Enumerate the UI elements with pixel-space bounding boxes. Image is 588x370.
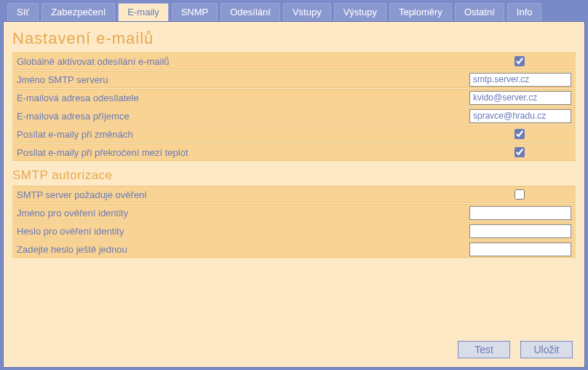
input-sender[interactable] [469,91,571,105]
tab-emaily[interactable]: E-maily [118,3,168,21]
tab-zabezpeceni[interactable]: Zabezpečení [41,3,115,21]
save-button[interactable]: Uložit [520,341,573,358]
settings-panel: Nastavení e-mailů Globálně aktivovat ode… [3,21,585,368]
tab-odesilani[interactable]: Odesílání [220,3,280,21]
input-smtp-server[interactable] [469,73,571,87]
row-global-enable: Globálně aktivovat odesílání e-mailů [12,52,576,70]
label-auth-user: Jméno pro ověření identity [17,208,469,219]
input-recipient[interactable] [469,109,571,123]
tab-vstupy[interactable]: Vstupy [283,3,331,21]
button-bar: Test Uložit [458,341,573,358]
test-button[interactable]: Test [458,341,510,358]
label-auth-pass: Heslo pro ověření identity [17,226,469,237]
checkbox-auth-required[interactable] [514,189,525,200]
page-title: Nastavení e-mailů [12,29,576,48]
tab-bar: Síť Zabezpečení E-maily SNMP Odesílání V… [3,3,585,21]
label-global-enable: Globálně aktivovat odesílání e-mailů [17,56,512,67]
row-auth-required: SMTP server požaduje ověření [12,186,576,203]
section-auth-title: SMTP autorizace [12,168,576,183]
row-on-limit: Posílat e-maily při překročení mezí tepl… [12,143,576,161]
tab-vystupy[interactable]: Výstupy [334,3,386,21]
input-auth-pass[interactable] [469,224,571,238]
label-auth-pass2: Zadejte heslo ještě jednou [17,244,469,255]
tab-teplomery[interactable]: Teploměry [389,3,452,21]
row-smtp-server: Jméno SMTP serveru [12,71,576,88]
input-auth-pass2[interactable] [469,243,571,256]
tab-snmp[interactable]: SNMP [172,3,218,21]
label-auth-required: SMTP server požaduje ověření [17,189,512,200]
label-smtp-server: Jméno SMTP serveru [17,74,469,85]
row-auth-pass: Heslo pro ověření identity [12,222,576,240]
checkbox-global-enable[interactable] [514,56,525,66]
row-auth-pass2: Zadejte heslo ještě jednou [12,240,576,258]
tab-info[interactable]: Info [507,3,542,21]
tab-sit[interactable]: Síť [7,3,39,21]
label-on-change: Posílat e-maily při změnách [17,129,512,140]
tab-ostatni[interactable]: Ostatní [455,3,504,21]
row-auth-user: Jméno pro ověření identity [12,204,576,221]
row-recipient: E-mailová adresa příjemce [12,107,576,125]
label-sender: E-mailová adresa odesílatele [17,92,469,103]
row-sender: E-mailová adresa odesílatele [12,89,576,106]
row-on-change: Posílat e-maily při změnách [12,125,576,143]
checkbox-on-limit[interactable] [514,147,525,157]
label-recipient: E-mailová adresa příjemce [17,111,469,122]
checkbox-on-change[interactable] [514,129,525,139]
label-on-limit: Posílat e-maily při překročení mezí tepl… [17,147,512,158]
input-auth-user[interactable] [469,206,571,220]
